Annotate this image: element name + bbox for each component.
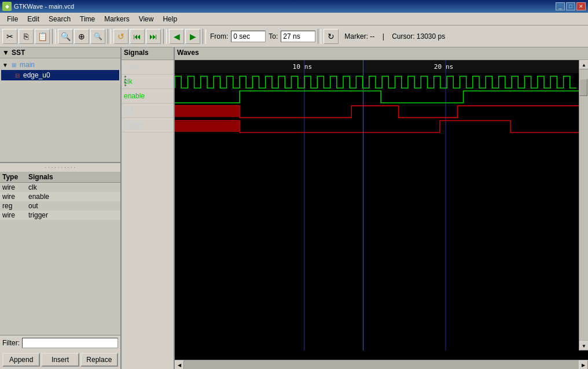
- minimize-button[interactable]: _: [556, 2, 565, 10]
- signal-row-clk[interactable]: wire clk: [0, 183, 120, 192]
- scroll-right-arrow[interactable]: ▶: [579, 360, 588, 369]
- module-icon-main: ⊞: [9, 60, 19, 69]
- signal-time: Time: [122, 60, 174, 75]
- title-bar: ◆ GTKWave - main.vcd _ □ ✕: [0, 0, 588, 13]
- signal-clk-label[interactable]: clk: [122, 75, 174, 89]
- tree-label-edge-u0: edge_u0: [23, 71, 50, 79]
- button-row: Append Insert Replace: [0, 350, 120, 369]
- signal-enable-label[interactable]: enable: [122, 89, 174, 104]
- undo-button[interactable]: ↺: [113, 29, 128, 44]
- svg-rect-1: [175, 60, 579, 73]
- right-side: Waves 10 ns 20 ns: [175, 47, 588, 369]
- to-label: To:: [269, 32, 278, 40]
- name-enable: enable: [28, 193, 118, 201]
- menu-help[interactable]: Help: [158, 14, 182, 24]
- toolbar-separator-3: [163, 29, 167, 44]
- cursor-separator: |: [380, 32, 386, 40]
- zoom-out-button[interactable]: 🔍: [90, 29, 105, 44]
- name-trigger: trigger: [28, 211, 118, 219]
- menu-file[interactable]: File: [2, 14, 23, 24]
- go-forward-button[interactable]: ▶: [185, 29, 200, 44]
- menu-markers[interactable]: Markers: [100, 14, 134, 24]
- close-button[interactable]: ✕: [576, 2, 586, 10]
- toolbar-separator-5: [318, 29, 321, 44]
- next-marker-button[interactable]: ⏭: [146, 29, 161, 44]
- toolbar: ✂ ⎘ 📋 🔍 ⊕ 🔍 ↺ ⏮ ⏭ ◀ ▶ From: To: ↻ Marker…: [0, 25, 588, 47]
- menu-time[interactable]: Time: [75, 14, 100, 24]
- signals-header: Signals: [122, 47, 174, 60]
- append-button[interactable]: Append: [2, 353, 40, 367]
- resize-handle[interactable]: [122, 58, 128, 104]
- cut-button[interactable]: ✂: [2, 29, 17, 44]
- marker-info: Marker: --: [344, 32, 374, 40]
- svg-rect-0: [175, 60, 579, 350]
- reload-button[interactable]: ↻: [324, 29, 339, 44]
- zoom-fit-button[interactable]: ⊕: [74, 29, 89, 44]
- type-out: reg: [2, 202, 28, 210]
- signal-row-enable[interactable]: wire enable: [0, 192, 120, 201]
- scroll-left-arrow[interactable]: ◀: [175, 360, 184, 369]
- signals-title: Signals: [124, 49, 149, 57]
- signal-table: Type Signals wire clk wire enable reg ou…: [0, 172, 120, 253]
- instance-icon-edge-u0: ⊟: [13, 71, 22, 80]
- window-title: GTKWave - main.vcd: [14, 3, 74, 10]
- waves-and-scroll: Waves 10 ns 20 ns: [175, 47, 588, 369]
- col-type-header: Type: [2, 173, 28, 181]
- menu-search[interactable]: Search: [44, 14, 75, 24]
- type-trigger: wire: [2, 211, 28, 219]
- filter-area: Filter:: [0, 335, 120, 350]
- menu-view[interactable]: View: [134, 14, 159, 24]
- tree-label-main: main: [20, 61, 35, 69]
- waves-title: Waves: [177, 49, 199, 57]
- app-icon: ◆: [2, 2, 12, 11]
- wave-canvas[interactable]: 10 ns 20 ns: [175, 60, 588, 360]
- to-input[interactable]: [281, 31, 315, 42]
- maximize-button[interactable]: □: [566, 2, 575, 10]
- filter-input[interactable]: [22, 338, 118, 348]
- main-layout: ▼ SST ▼ ⊞ main ⊟ edge_u0 · · · · · · · ·…: [0, 47, 588, 369]
- prev-marker-button[interactable]: ⏮: [130, 29, 145, 44]
- menu-edit[interactable]: Edit: [23, 14, 44, 24]
- h-scroll-track[interactable]: [184, 360, 579, 369]
- waves-header: Waves: [175, 47, 588, 60]
- zoom-in-button[interactable]: 🔍: [58, 29, 73, 44]
- col-signals-header: Signals: [28, 173, 118, 181]
- signal-row-trigger[interactable]: wire trigger: [0, 211, 120, 220]
- signal-trigger-label[interactable]: trigger: [122, 118, 174, 132]
- v-scrollbar[interactable]: ▲ ▼: [579, 60, 588, 350]
- v-scroll-thumb[interactable]: [579, 79, 587, 96]
- cursor-info: Cursor: 13030 ps: [392, 32, 445, 40]
- tree-item-main[interactable]: ▼ ⊞ main: [1, 60, 119, 70]
- replace-button[interactable]: Replace: [80, 353, 118, 367]
- paste-button[interactable]: 📋: [35, 29, 50, 44]
- signal-names-list: Time clk enable out trigger: [122, 60, 174, 369]
- sst-header: ▼ SST: [0, 47, 120, 58]
- insert-button[interactable]: Insert: [41, 353, 79, 367]
- go-back-button[interactable]: ◀: [169, 29, 184, 44]
- sst-tree[interactable]: ▼ ⊞ main ⊟ edge_u0: [0, 58, 120, 162]
- wave-svg: 10 ns 20 ns: [175, 60, 579, 350]
- toolbar-separator-2: [108, 29, 111, 44]
- scroll-down-arrow[interactable]: ▼: [579, 341, 588, 350]
- name-out: out: [28, 202, 118, 210]
- copy-button[interactable]: ⎘: [19, 29, 34, 44]
- left-panel: ▼ SST ▼ ⊞ main ⊟ edge_u0 · · · · · · · ·…: [0, 47, 122, 369]
- from-label: From:: [210, 32, 228, 40]
- type-clk: wire: [2, 183, 28, 191]
- h-scrollbar[interactable]: ◀ ▶: [175, 360, 588, 369]
- divider-handle[interactable]: · · · · · · · · · ·: [0, 163, 120, 172]
- svg-text:10 ns: 10 ns: [292, 63, 312, 71]
- scroll-up-arrow[interactable]: ▲: [579, 60, 588, 69]
- signals-panel: Signals Time clk enable out trigger: [122, 47, 175, 369]
- tree-item-edge-u0[interactable]: ⊟ edge_u0: [1, 70, 119, 80]
- filter-label: Filter:: [2, 339, 20, 347]
- signal-out-label[interactable]: out: [122, 104, 174, 118]
- left-panel-spacer: [0, 253, 120, 335]
- toolbar-separator-4: [203, 29, 206, 44]
- signal-row-out[interactable]: reg out: [0, 201, 120, 211]
- from-input[interactable]: [231, 31, 266, 42]
- svg-rect-7: [175, 106, 240, 117]
- svg-text:20 ns: 20 ns: [434, 63, 454, 71]
- menu-bar: File Edit Search Time Markers View Help: [0, 13, 588, 25]
- toolbar-separator-1: [52, 29, 56, 44]
